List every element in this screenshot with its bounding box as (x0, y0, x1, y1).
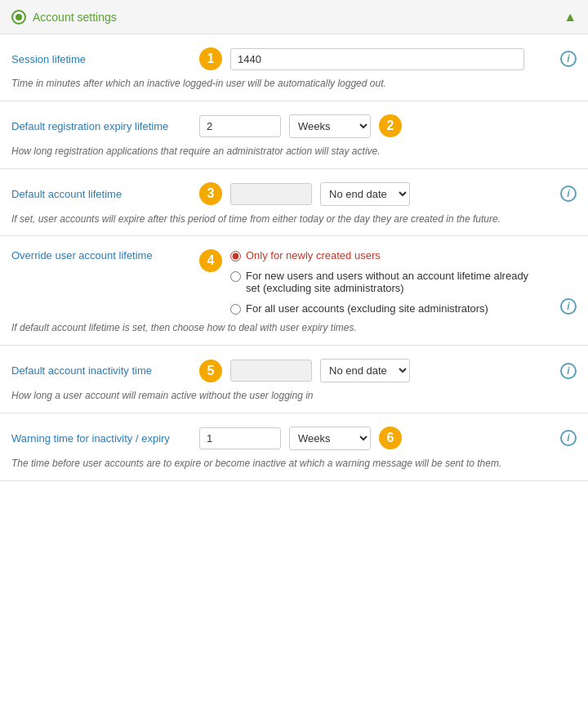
session-lifetime-section: Session lifetime 1 i Time in minutes aft… (0, 34, 588, 101)
settings-content: Session lifetime 1 i Time in minutes aft… (0, 34, 588, 481)
registration-row: Default registration expiry lifetime Day… (11, 114, 577, 138)
registration-hint: How long registration applications that … (11, 145, 577, 159)
registration-badge: 2 (379, 114, 402, 137)
radio-option-new-without[interactable]: For new users and users without an accou… (230, 270, 544, 294)
warning-label: Warning time for inactivity / expiry (11, 432, 191, 445)
radio-option-newly[interactable]: Only for newly created users (230, 249, 544, 261)
warning-badge: 6 (379, 427, 402, 449)
header-left: Account settings (11, 10, 117, 25)
account-lifetime-section: Default account lifetime 3 No end date D… (0, 169, 588, 237)
session-badge: 1 (199, 47, 222, 70)
radio-newly[interactable] (230, 251, 241, 261)
override-info-icon[interactable]: i (560, 298, 577, 315)
account-lifetime-info-icon[interactable]: i (560, 185, 577, 202)
warning-row: Warning time for inactivity / expiry Day… (11, 427, 577, 450)
session-input[interactable] (230, 48, 524, 70)
inactivity-number-input[interactable] (230, 360, 312, 382)
override-row: Override user account lifetime 4 Only fo… (11, 249, 577, 315)
override-radio-group: Only for newly created users For new use… (230, 249, 544, 315)
warning-hint: The time before user accounts are to exp… (11, 457, 577, 471)
account-lifetime-badge: 3 (199, 182, 222, 205)
inactivity-period-select[interactable]: No end date Days Weeks Months Years (320, 359, 410, 382)
session-label: Session lifetime (11, 53, 191, 65)
account-lifetime-number-input[interactable] (230, 183, 312, 205)
radio-new-without[interactable] (230, 271, 241, 282)
radio-option-all[interactable]: For all user accounts (excluding site ad… (230, 302, 544, 315)
warning-period-select[interactable]: Days Weeks Months Years (289, 427, 371, 450)
collapse-chevron-icon[interactable]: ▲ (564, 10, 577, 25)
override-hint: If default account lifetime is set, then… (11, 321, 577, 335)
session-row: Session lifetime 1 i (11, 47, 577, 70)
inactivity-row: Default account inactivity time 5 No end… (11, 359, 577, 382)
account-lifetime-period-select[interactable]: No end date Days Weeks Months Years (320, 182, 410, 206)
inactivity-section: Default account inactivity time 5 No end… (0, 346, 588, 413)
account-lifetime-hint: If set, user accounts will expire after … (11, 212, 577, 226)
registration-period-select[interactable]: Days Weeks Months Years (289, 114, 371, 138)
warning-info-icon[interactable]: i (560, 430, 577, 446)
registration-section: Default registration expiry lifetime Day… (0, 101, 588, 169)
radio-all-label: For all user accounts (excluding site ad… (246, 302, 488, 315)
account-settings-header: Account settings ▲ (0, 0, 588, 34)
account-lifetime-row: Default account lifetime 3 No end date D… (11, 182, 577, 206)
registration-number-input[interactable] (199, 115, 281, 137)
radio-new-without-label: For new users and users without an accou… (246, 270, 544, 294)
inactivity-hint: How long a user account will remain acti… (11, 389, 577, 403)
header-status-icon (11, 10, 26, 25)
account-lifetime-label: Default account lifetime (11, 188, 191, 200)
override-badge: 4 (199, 249, 222, 272)
session-info-icon[interactable]: i (560, 51, 577, 67)
override-section: Override user account lifetime 4 Only fo… (0, 236, 588, 346)
override-label: Override user account lifetime (11, 249, 191, 261)
inactivity-label: Default account inactivity time (11, 364, 191, 377)
header-title: Account settings (33, 11, 117, 24)
inactivity-info-icon[interactable]: i (560, 363, 577, 379)
inactivity-badge: 5 (199, 360, 222, 382)
warning-number-input[interactable] (199, 427, 281, 449)
radio-all[interactable] (230, 304, 241, 315)
warning-section: Warning time for inactivity / expiry Day… (0, 413, 588, 481)
radio-newly-label: Only for newly created users (246, 249, 381, 261)
registration-label: Default registration expiry lifetime (11, 120, 191, 132)
session-hint: Time in minutes after which an inactive … (11, 77, 577, 91)
